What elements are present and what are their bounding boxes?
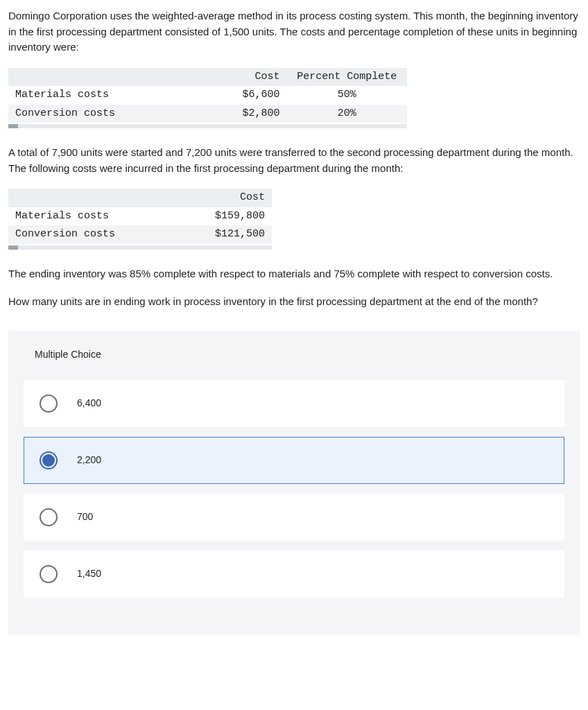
question-mid: A total of 7,900 units were started and … [8,145,580,176]
radio-icon [40,451,58,469]
mc-option-3[interactable]: 1,450 [24,551,564,598]
mc-option-label: 6,400 [77,396,101,410]
t1-r0-label: Materials costs [8,86,196,105]
question-intro: Domingo Corporation uses the weighted-av… [8,8,580,55]
table-row: Materials costs $159,800 [8,207,272,226]
mc-option-label: 2,200 [77,453,101,467]
t2-h2: Cost [187,189,272,207]
beginning-inventory-table: Cost Percent Complete Materials costs $6… [8,68,407,123]
costs-incurred-table: Cost Materials costs $159,800 Conversion… [8,189,272,244]
mc-option-label: 1,450 [77,566,101,581]
t1-r1-pct: 20% [286,105,407,123]
question-prompt: How many units are in ending work in pro… [8,294,580,310]
table1-scrollbar[interactable] [8,124,407,128]
table-row: Materials costs $6,600 50% [8,86,407,105]
mc-option-0[interactable]: 6,400 [24,380,564,427]
radio-icon [40,565,58,583]
multiple-choice-section: Multiple Choice 6,400 2,200 700 1,450 [8,331,580,635]
table-row: Conversion costs $121,500 [8,225,272,244]
table-row: Conversion costs $2,800 20% [8,105,407,123]
t1-h2: Cost [196,68,286,87]
t1-r1-label: Conversion costs [8,105,196,123]
mc-option-2[interactable]: 700 [24,494,564,541]
t2-r0-label: Materials costs [8,207,187,226]
mc-option-label: 700 [77,510,93,524]
t2-r0-cost: $159,800 [187,207,272,226]
t1-r1-cost: $2,800 [196,105,286,123]
t2-r1-label: Conversion costs [8,225,187,244]
t1-h1 [8,68,196,87]
question-ending: The ending inventory was 85% complete wi… [8,266,580,282]
mc-option-1[interactable]: 2,200 [24,437,564,484]
mc-heading: Multiple Choice [35,347,564,362]
t2-h1 [8,189,187,207]
radio-icon [40,395,58,413]
t1-r0-pct: 50% [286,86,407,105]
t2-r1-cost: $121,500 [187,225,272,244]
table2-scrollbar[interactable] [8,245,272,250]
t1-r0-cost: $6,600 [196,86,286,105]
radio-icon [40,508,58,526]
t1-h3: Percent Complete [286,68,407,87]
